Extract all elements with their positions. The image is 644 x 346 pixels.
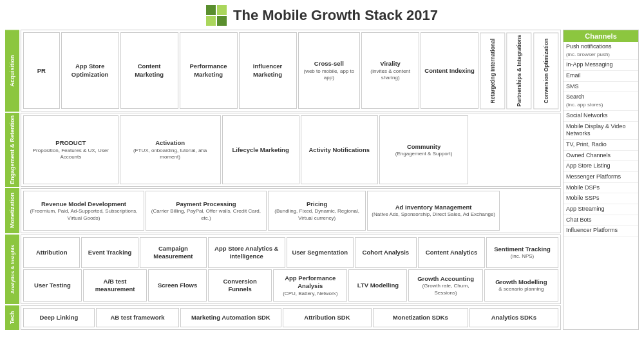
cell-content-indexing: Content Indexing <box>421 32 478 109</box>
cell-growth-acct: Growth Accounting (Growth rate, Churn, S… <box>408 269 482 302</box>
monetization-row: Monetization Revenue Model Development (… <box>5 188 561 233</box>
main-layout: Acquisition PR App Store Optimization Co… <box>5 30 639 330</box>
channel-email: Email <box>564 71 638 82</box>
logo-icon <box>206 5 227 26</box>
channel-mobile-dsps: Mobile DSPs <box>564 183 638 194</box>
analytics-row2: User Testing A/B test measurement Screen… <box>23 269 558 302</box>
channel-search: Search(inc. app stores) <box>564 92 638 110</box>
left-content: Acquisition PR App Store Optimization Co… <box>5 30 561 330</box>
cell-retargeting: Retargeting International <box>480 32 505 109</box>
analytics-row1: Attribution Event Tracking Campaign Meas… <box>23 237 558 268</box>
cell-attribution-sdk: Attribution SDK <box>283 308 372 327</box>
tech-row: Tech Deep Linking AB test framework Mark… <box>5 305 561 330</box>
acquisition-label: Acquisition <box>5 30 19 111</box>
cell-virality: Virality (Invites & content sharing) <box>361 32 419 109</box>
cell-screen-flows: Screen Flows <box>148 269 207 302</box>
acquisition-content: PR App Store Optimization Content Market… <box>21 30 561 111</box>
title-area: The Mobile Growth Stack 2017 <box>206 5 438 26</box>
cell-app-store-opt: App Store Optimization <box>61 32 119 109</box>
engagement-row: Engagement & Retention PRODUCT Propositi… <box>5 113 561 187</box>
cell-user-seg: User Segmentation <box>287 237 354 268</box>
channel-social: Social Networks <box>564 111 638 122</box>
channel-messenger: Messenger Platforms <box>564 172 638 183</box>
engagement-label: Engagement & Retention <box>5 113 19 187</box>
cell-partnerships: Partnerships & Integrations <box>506 32 531 109</box>
page-title: The Mobile Growth Stack 2017 <box>233 7 438 24</box>
channel-owned: Owned Channels <box>564 151 638 162</box>
cell-ad-inventory: Ad Inventory Management (Native Ads, Spo… <box>367 191 500 231</box>
cell-attribution: Attribution <box>23 237 80 268</box>
cell-campaign-meas: Campaign Measurement <box>140 237 207 268</box>
cell-ab-framework: AB test framework <box>96 308 179 327</box>
cell-content-mkt: Content Marketing <box>120 32 178 109</box>
cell-activity-notif: Activity Notifications <box>301 115 378 184</box>
acquisition-row: Acquisition PR App Store Optimization Co… <box>5 30 561 111</box>
cell-lifecycle-mkt: Lifecycle Marketing <box>222 115 299 184</box>
cell-user-testing: User Testing <box>23 269 82 302</box>
cell-app-perf: App Performance Analysis (CPU, Battery, … <box>273 269 347 302</box>
channel-tv: TV, Print, Radio <box>564 140 638 151</box>
channel-chat-bots: Chat Bots <box>564 215 638 226</box>
cell-pr: PR <box>23 32 60 109</box>
channel-push: Push notifications(inc. browser push) <box>564 42 638 60</box>
cell-app-store-analytics: App Store Analytics & Intelligence <box>208 237 285 268</box>
cell-event-tracking: Event Tracking <box>81 237 138 268</box>
analytics-row: Analytics & Insights Attribution Event T… <box>5 235 561 304</box>
channel-app-store-listing: App Store Listing <box>564 161 638 172</box>
channels-header: Channels <box>564 30 638 42</box>
cell-deep-linking: Deep Linking <box>23 308 95 327</box>
analytics-label: Analytics & Insights <box>5 235 19 304</box>
tech-content: Deep Linking AB test framework Marketing… <box>21 305 561 330</box>
channel-app-streaming: App Streaming <box>564 204 638 215</box>
channel-influencer-platforms: Influencer Platforms <box>564 226 638 236</box>
channel-mobile-display: Mobile Display & Video Networks <box>564 122 638 140</box>
cell-growth-model: Growth Modelling & scenario planning <box>484 269 558 302</box>
cell-mkt-auto-sdk: Marketing Automation SDK <box>180 308 281 327</box>
channel-sms: SMS <box>564 82 638 93</box>
cell-analytics-sdks: Analytics SDKs <box>469 308 558 327</box>
cell-product: PRODUCT Proposition, Features & UX, User… <box>23 115 118 184</box>
cell-perf-mkt: Performance Marketing <box>180 32 238 109</box>
tech-label: Tech <box>5 305 19 330</box>
channel-mobile-ssps: Mobile SSPs <box>564 193 638 204</box>
channel-in-app: In-App Messaging <box>564 60 638 71</box>
cell-community: Community (Engagement & Support) <box>379 115 469 184</box>
cell-monetization-sdks: Monetization SDKs <box>373 308 468 327</box>
cell-payment-proc: Payment Processing (Carrier Billing, Pay… <box>146 191 267 231</box>
channels-panel: Channels Push notifications(inc. browser… <box>563 30 639 330</box>
cell-conversion: Conversion Optimization <box>533 32 558 109</box>
cell-sentiment: Sentiment Tracking (inc. NPS) <box>486 237 558 268</box>
cell-influencer-mkt: Influencer Marketing <box>239 32 297 109</box>
engagement-content: PRODUCT Proposition, Features & UX, User… <box>21 113 561 187</box>
cell-conv-funnels: Conversion Funnels <box>208 269 272 302</box>
cell-content-analytics: Content Analytics <box>418 237 485 268</box>
cell-revenue-model: Revenue Model Development (Freemium, Pai… <box>23 191 144 231</box>
monetization-content: Revenue Model Development (Freemium, Pai… <box>21 188 561 233</box>
cell-cohort-analysis: Cohort Analysis <box>355 237 417 268</box>
cell-ab-test: A/B test measurement <box>83 269 147 302</box>
cell-ltv: LTV Modelling <box>348 269 407 302</box>
cell-cross-sell: Cross-sell (web to mobile, app to app) <box>298 32 361 109</box>
cell-activation: Activation (FTUX, onboarding, tutorial, … <box>120 115 221 184</box>
cell-pricing: Pricing (Bundling, Fixed, Dynamic, Regio… <box>268 191 366 231</box>
monetization-label: Monetization <box>5 188 19 233</box>
